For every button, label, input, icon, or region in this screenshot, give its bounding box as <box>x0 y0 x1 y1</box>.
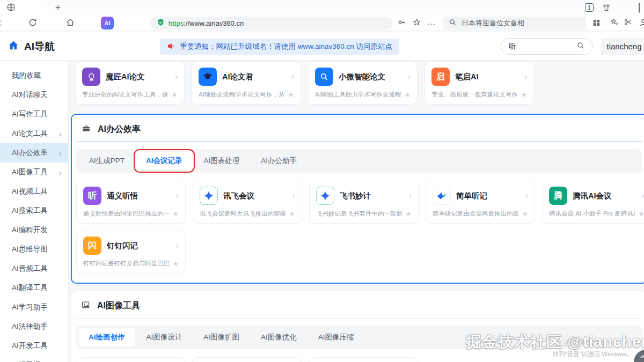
sidebar-item-ai-mindmap[interactable]: AI思维导图 <box>0 240 68 259</box>
sidebar-item-ai-legal[interactable]: AI法律助手 <box>0 317 68 336</box>
sidebar-item-ai-audio[interactable]: AI音频工具 <box>0 259 68 278</box>
ting-glyph-icon: 听 <box>83 187 101 205</box>
main-content: 魔匠AI论文 › 专业原创的AI论文写作工具，保证原...★ AI论文君 › A… <box>69 61 644 362</box>
favorite-star-icon[interactable]: ★ <box>638 210 644 218</box>
tab-ai-meeting-record[interactable]: AI会议记录 <box>136 152 192 170</box>
tool-card-xiaowei[interactable]: 小微智能论文 › AI辅助工具助力学术写作全流程★ <box>308 62 418 105</box>
tab-ai-ppt[interactable]: AI生成PPT <box>79 152 134 170</box>
sidebar-item-ai-translate[interactable]: AI翻译工具 <box>0 278 68 298</box>
news-search-text: 日本将迎首位女首相 <box>462 18 524 28</box>
tool-desc: AI辅助全流程学术论文写作，从选题... <box>199 91 284 99</box>
browser-essentials-icon[interactable] <box>602 3 611 14</box>
favorite-star-icon[interactable]: ★ <box>172 210 179 218</box>
sidebar-item-ai-coding[interactable]: AI编程开发 <box>0 220 68 240</box>
site-logo[interactable]: AI导航 <box>8 40 55 54</box>
sidebar-item-partial[interactable]: AI提示词 <box>0 356 68 362</box>
maximize-icon <box>639 3 640 13</box>
tab-ai-image-design[interactable]: AI图像设计 <box>137 328 192 346</box>
tab-ai-chart[interactable]: AI图表处理 <box>194 152 250 170</box>
favorite-star-icon[interactable]: ★ <box>522 210 528 218</box>
url-text: https://www.ainav360.cn <box>169 18 244 28</box>
tool-card-mojiang[interactable]: 魔匠AI论文 › 专业原创的AI论文写作工具，保证原...★ <box>75 62 185 105</box>
sidebar-item-label: AI编程开发 <box>12 225 48 235</box>
maximize-button[interactable] <box>639 3 640 13</box>
back-button[interactable] <box>0 18 6 31</box>
home-button[interactable] <box>65 18 75 29</box>
news-search-box[interactable]: 日本将迎首位女首相 <box>443 17 586 29</box>
sidebar-item-ai-search[interactable]: AI搜索工具 <box>0 201 68 220</box>
tool-card-dingtalk-flash[interactable]: 闪 钉钉闪记 › 钉钉闪记是钉钉文档与阿里巴巴达摩...★ <box>76 231 186 274</box>
sidebar-item-label: AI写作工具 <box>12 109 48 119</box>
chevron-right-icon: › <box>525 191 528 201</box>
tool-card-xunfei-meeting[interactable]: 讯飞会议 › 讯飞会议是科大讯飞推出的智能 AI 云★ <box>193 181 302 224</box>
favorite-star-icon[interactable]: ★ <box>171 91 178 99</box>
tab-ai-image-expand[interactable]: AI图像扩图 <box>194 328 249 346</box>
sidebar-item-ai-learning[interactable]: AI学习助手 <box>0 298 68 317</box>
favorite-star-icon[interactable]: ★ <box>405 210 412 218</box>
favorite-star-icon[interactable]: ★ <box>288 91 294 99</box>
search-icon[interactable] <box>576 41 585 51</box>
sidebar-item-ai-dev[interactable]: AI开发工具 <box>0 336 68 356</box>
chevron-right-icon: › <box>524 72 527 82</box>
sidebar-item-ai-office[interactable]: AI办公效率› <box>0 143 68 162</box>
sidebar-item-label: AI图像工具 <box>12 167 48 177</box>
sidebar-item-label: AI办公效率 <box>12 148 48 158</box>
tab-count-badge[interactable]: 1 <box>585 3 594 12</box>
tool-card-jiandan-tingji[interactable]: 简单听记 › 简单听记是由百度网盘推出的高效音...★ <box>426 181 535 224</box>
teng-glyph-icon: 腾 <box>549 187 567 205</box>
sidebar-item-ai-image[interactable]: AI图像工具› <box>0 162 68 182</box>
favorite-star-button[interactable] <box>412 18 421 29</box>
notice-banner[interactable]: 重要通知：网站已升级域名！请使用 www.ainav360.cn 访问原站点 <box>160 39 399 55</box>
chevron-right-icon: › <box>408 72 411 82</box>
tool-desc: 飞书妙记是飞书套件中的一款新一代... <box>316 210 402 218</box>
chevron-right-icon: › <box>292 191 295 201</box>
sidebar-item-ai-writing[interactable]: AI写作工具 <box>0 105 68 124</box>
tool-card-biqi[interactable]: 启 笔启AI › 专业、高质量、低查重论文写作助手★ <box>425 62 534 105</box>
ai-extension-icon[interactable]: AI <box>101 17 114 29</box>
favorite-star-icon[interactable]: ★ <box>289 210 295 218</box>
tool-card-feishu-minutes[interactable]: 飞书妙计 › 飞书妙记是飞书套件中的一款新一代...★ <box>309 181 419 224</box>
sidebar-item-label: AI论文工具 <box>12 129 48 138</box>
notice-text: 重要通知：网站已升级域名！请使用 www.ainav360.cn 访问原站点 <box>180 42 392 51</box>
sidebar-item-ai-video[interactable]: AI视频工具 <box>0 182 68 201</box>
favorite-star-icon[interactable]: ★ <box>521 91 527 99</box>
profile-icon[interactable] <box>639 18 644 29</box>
sidebar-item-ai-paper[interactable]: AI论文工具› <box>0 124 68 143</box>
crystal-ball-icon <box>82 68 100 86</box>
favorite-star-icon[interactable]: ★ <box>172 260 179 268</box>
xunfei-star-icon <box>200 187 218 205</box>
site-search-input[interactable]: 听 <box>501 38 593 55</box>
more-options-icon[interactable]: … <box>427 15 436 29</box>
favorite-star-icon[interactable]: ★ <box>404 91 411 99</box>
new-tab-button[interactable]: + <box>52 2 64 13</box>
tool-desc: 专业、高质量、低查重论文写作助手 <box>431 91 517 99</box>
tool-title: 飞书妙计 <box>340 191 371 201</box>
tool-card-tencent-meeting[interactable]: 腾 腾讯AI会议 › 腾讯会议 AI 小助手 Pro 是腾讯基于最★ <box>542 181 644 224</box>
tab-ai-office-assistant[interactable]: AI办公助手 <box>251 152 306 170</box>
tool-title: 讯飞会议 <box>223 191 254 201</box>
section-title: AI图像工具 <box>97 300 140 312</box>
collections-icon[interactable] <box>610 18 619 29</box>
tool-card-partial[interactable] <box>192 357 302 362</box>
url-host: ://www.ainav360.cn <box>184 19 244 27</box>
sidebar-item-ai-chat[interactable]: AI对话聊天 <box>0 85 68 105</box>
browser-tab-strip: + 1 <box>0 0 644 15</box>
apps-grid-icon[interactable] <box>592 19 601 29</box>
browser-tab[interactable] <box>0 1 47 15</box>
address-bar[interactable]: https://www.ainav360.cn <box>150 17 393 29</box>
password-key-icon[interactable] <box>397 18 406 29</box>
tab-ai-painting[interactable]: AI绘画创作 <box>79 328 135 346</box>
tool-card-partial[interactable] <box>76 357 185 362</box>
tab-ai-image-optimize[interactable]: AI图像优化 <box>251 328 306 346</box>
security-shield-icon[interactable] <box>157 18 165 28</box>
tool-desc: 钉钉闪记是钉钉文档与阿里巴巴达摩... <box>83 260 169 268</box>
tool-card-lunwenjun[interactable]: AI论文君 › AI辅助全流程学术论文写作，从选题...★ <box>192 62 301 105</box>
sidebar-item-label: 我的收藏 <box>12 71 41 80</box>
username-button[interactable]: tiancheng <box>601 38 644 55</box>
refresh-button[interactable] <box>28 18 38 29</box>
tool-card-tingwu[interactable]: 听 通义听悟 › 通义听悟是由阿里巴巴推出的一款专...★ <box>76 181 186 224</box>
tab-ai-image-compress[interactable]: AI图像压缩 <box>309 328 364 346</box>
web-capture-scissors-icon[interactable] <box>624 18 632 28</box>
sidebar-item-favorites[interactable]: 我的收藏 <box>0 66 68 85</box>
tool-card-partial[interactable] <box>309 357 418 362</box>
